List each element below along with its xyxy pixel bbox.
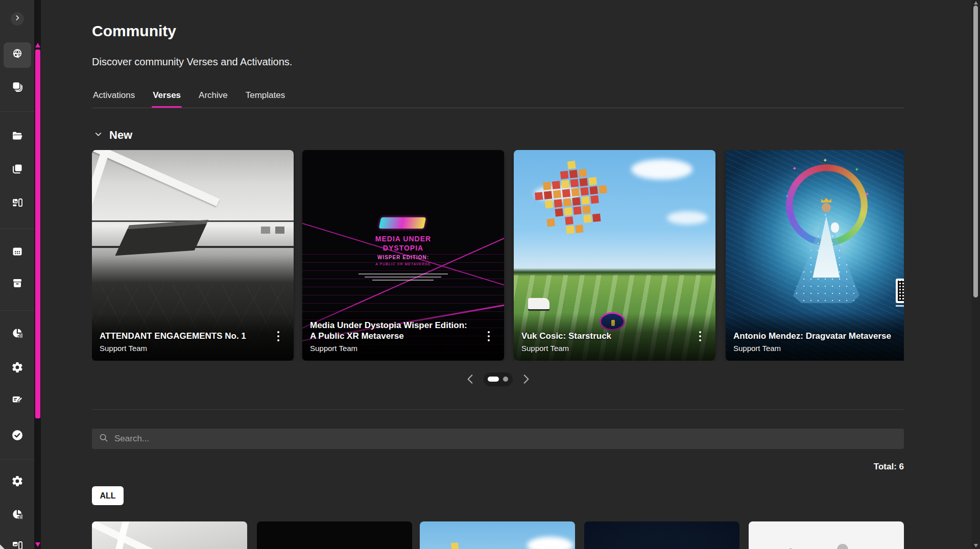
results-total: Total: 6	[92, 462, 904, 472]
sidebar-item-media[interactable]	[5, 192, 30, 216]
verse-card-author: Support Team	[100, 344, 261, 353]
layers-icon	[11, 81, 23, 95]
sidebar-item-analytics[interactable]	[5, 322, 30, 346]
sidebar-item-analytics-2[interactable]	[5, 503, 30, 528]
carousel-controls	[92, 371, 904, 387]
verse-card-title: Antonio Mendez: Dragvatar Metaverse	[733, 331, 895, 341]
artwork-text: MEDIA UNDER	[302, 235, 504, 243]
card-edit-icon	[11, 393, 23, 408]
page-subtitle: Discover community Verses and Activation…	[92, 56, 292, 68]
media-dashboard-icon	[11, 540, 23, 549]
content-scrollbar-thumb[interactable]	[973, 6, 978, 297]
filter-all-button[interactable]: ALL	[92, 486, 124, 505]
verse-card-caption: Antonio Mendez: Dragvatar Metaverse Supp…	[726, 313, 904, 361]
calendar-icon	[11, 245, 23, 260]
verse-card-title: Media Under Dystopia Wisper Edition: A P…	[310, 320, 471, 342]
sidebar-scroll-up-arrow[interactable]	[35, 43, 40, 47]
gear-icon	[11, 361, 23, 376]
search-bar[interactable]	[92, 429, 904, 449]
check-circle-icon	[11, 429, 24, 444]
verse-card-author: Support Team	[310, 344, 471, 353]
sidebar-divider	[0, 111, 34, 112]
verse-results-row	[92, 521, 904, 549]
sidebar-item-verses[interactable]	[5, 76, 30, 100]
pixel-star-artwork	[514, 153, 651, 257]
verse-card-media-under-dystopia[interactable]: MEDIA UNDER DYSTOPIA WISPER EDITION: A P…	[302, 150, 504, 361]
folder-icon	[11, 130, 23, 144]
verse-card-author: Support Team	[521, 344, 683, 353]
tab-archive[interactable]: Archive	[198, 87, 229, 108]
tab-templates[interactable]: Templates	[245, 87, 286, 108]
card-menu-button[interactable]	[697, 329, 703, 343]
new-section-header[interactable]: New	[94, 129, 132, 142]
copy-pages-icon	[11, 163, 23, 177]
card-menu-button[interactable]	[486, 329, 492, 343]
sidebar-item-calendar[interactable]	[5, 240, 30, 265]
page-title: Community	[92, 22, 176, 40]
sidebar-scroll-down-arrow[interactable]	[35, 542, 40, 547]
app-window: Community Discover community Verses and …	[0, 0, 980, 549]
verse-carousel: ATTENDANT ENGAGEMENTS No. 1 Support Team…	[92, 150, 904, 361]
sidebar-item-settings-2[interactable]	[5, 470, 30, 494]
carousel-dot-page-2[interactable]	[503, 377, 508, 382]
verse-thumbnail-dystopia[interactable]	[257, 521, 412, 549]
verse-card-caption: Vuk Cosic: Starstruck Support Team	[514, 313, 715, 361]
content-scroll-down-arrow[interactable]	[974, 544, 978, 547]
verse-card-dragvatar-metaverse[interactable]: ✦ ✦ ✦ ✦ ✦ Antonio Mendez: Dragvatar Meta…	[726, 150, 904, 361]
sidebar-item-edit[interactable]	[5, 388, 30, 413]
media-dashboard-icon	[11, 197, 23, 211]
sidebar-item-settings[interactable]	[5, 356, 30, 381]
artwork-text: WISPER EDITION:	[302, 255, 504, 260]
sidebar-divider	[0, 459, 34, 460]
golf-cart	[528, 298, 549, 309]
archive-box-icon	[11, 277, 23, 291]
gear-icon	[11, 475, 23, 489]
tab-activations[interactable]: Activations	[92, 87, 136, 108]
sidebar-item-media-2[interactable]	[5, 535, 30, 549]
sidebar-item-copies[interactable]	[5, 158, 30, 182]
artwork-text: A PUBLIC XR METAVERSE	[302, 262, 504, 266]
carousel-dot-page-1[interactable]	[488, 377, 499, 382]
dystopia-logo	[379, 217, 426, 229]
sidebar-item-files[interactable]	[5, 124, 30, 149]
carousel-prev-button[interactable]	[464, 373, 476, 385]
chevron-right-icon	[13, 14, 21, 24]
main-content: Community Discover community Verses and …	[41, 0, 980, 549]
artwork-text: DYSTOPIA	[302, 244, 504, 252]
verse-card-vuk-cosic-starstruck[interactable]: Vuk Cosic: Starstruck Support Team	[514, 150, 715, 361]
sidebar-expand-button[interactable]	[11, 12, 24, 26]
search-input[interactable]	[113, 433, 897, 444]
pie-chart-icon	[11, 508, 23, 522]
verse-card-title: Vuk Cosic: Starstruck	[521, 331, 683, 341]
new-section-title: New	[109, 129, 132, 142]
verse-thumbnail-starstruck[interactable]	[420, 521, 575, 549]
tab-verses[interactable]: Verses	[152, 87, 182, 108]
globe-search-icon	[11, 48, 23, 62]
content-scroll-up-arrow[interactable]	[974, 1, 978, 5]
sidebar-item-approvals[interactable]	[5, 424, 30, 448]
sidebar-scroll-corner-icon	[0, 544, 5, 549]
pie-chart-icon	[11, 327, 23, 341]
verse-card-caption: ATTENDANT ENGAGEMENTS No. 1 Support Team	[92, 313, 294, 361]
verse-thumbnail-white-scene[interactable]	[749, 521, 904, 549]
sidebar-divider	[0, 310, 34, 311]
verse-card-attendant-engagements[interactable]: ATTENDANT ENGAGEMENTS No. 1 Support Team	[92, 150, 294, 361]
sidebar	[0, 0, 34, 549]
section-divider	[92, 409, 904, 410]
chevron-down-icon	[94, 130, 103, 141]
sidebar-divider	[0, 229, 34, 229]
verse-thumbnail-dark[interactable]	[584, 521, 739, 549]
sidebar-item-archive[interactable]	[5, 272, 30, 296]
verse-card-title: ATTENDANT ENGAGEMENTS No. 1	[100, 331, 261, 341]
carousel-next-button[interactable]	[520, 373, 532, 385]
card-menu-button[interactable]	[275, 329, 281, 343]
search-icon	[99, 433, 108, 444]
sidebar-item-discover[interactable]	[5, 43, 30, 67]
verse-card-author: Support Team	[733, 344, 895, 353]
verse-card-caption: Media Under Dystopia Wisper Edition: A P…	[302, 303, 504, 361]
verse-thumbnail-attendant[interactable]	[92, 521, 247, 549]
qr-code	[896, 279, 904, 303]
tab-bar: Activations Verses Archive Templates	[92, 87, 904, 108]
sidebar-scrollbar-thumb[interactable]	[35, 49, 40, 418]
carousel-page-dots	[484, 372, 513, 386]
